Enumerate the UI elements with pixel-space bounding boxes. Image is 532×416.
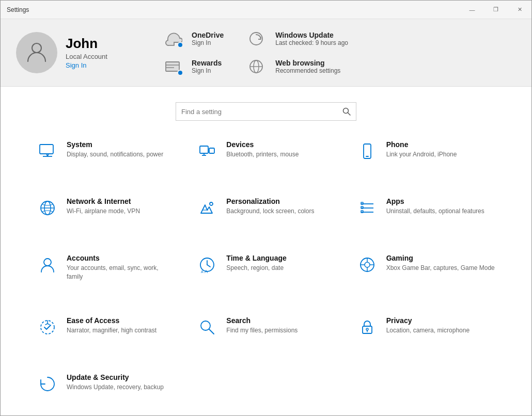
- windows-update-service[interactable]: Windows Update Last checked: 9 hours ago: [244, 29, 348, 48]
- apps-text: Apps Uninstall, defaults, optional featu…: [386, 197, 484, 216]
- phone-title: Phone: [386, 140, 457, 149]
- web-browsing-text: Web browsing Recommended settings: [275, 59, 340, 74]
- svg-rect-46: [363, 326, 372, 333]
- system-icon: [37, 140, 58, 162]
- network-desc: Wi-Fi, airplane mode, VPN: [67, 207, 140, 216]
- search-setting-desc: Find my files, permissions: [226, 326, 298, 335]
- search-input[interactable]: [176, 108, 337, 116]
- setting-apps[interactable]: Apps Uninstall, defaults, optional featu…: [351, 188, 500, 239]
- maximize-button[interactable]: ❐: [484, 1, 508, 19]
- privacy-title: Privacy: [386, 316, 470, 325]
- service-column-1: OneDrive Sign In Rewards Sign In: [161, 29, 224, 76]
- setting-system[interactable]: System Display, sound, notifications, po…: [32, 131, 181, 183]
- setting-personalization[interactable]: Personalization Background, lock screen,…: [191, 188, 340, 239]
- svg-point-38: [365, 262, 370, 267]
- windows-update-sub: Last checked: 9 hours ago: [275, 39, 348, 46]
- setting-ease-of-access[interactable]: Ease of Access Narrator, magnifier, high…: [32, 307, 181, 359]
- windows-update-text: Windows Update Last checked: 9 hours ago: [275, 31, 348, 46]
- update-security-icon: [37, 373, 58, 395]
- setting-phone[interactable]: Phone Link your Android, iPhone: [351, 131, 500, 183]
- update-security-title: Update & Security: [67, 373, 164, 381]
- search-button[interactable]: [337, 102, 356, 121]
- system-desc: Display, sound, notifications, power: [67, 150, 163, 159]
- personalization-text: Personalization Background, lock screen,…: [226, 197, 314, 216]
- web-browsing-icon: [246, 57, 266, 76]
- svg-rect-29: [361, 206, 363, 209]
- setting-privacy[interactable]: Privacy Location, camera, microphone: [351, 307, 500, 359]
- system-text: System Display, sound, notifications, po…: [67, 140, 163, 159]
- rewards-dot: [177, 70, 183, 76]
- privacy-desc: Location, camera, microphone: [386, 326, 470, 335]
- avatar: [16, 32, 57, 73]
- network-icon: [37, 197, 58, 219]
- svg-rect-28: [361, 202, 363, 204]
- svg-line-34: [207, 265, 210, 267]
- svg-point-24: [210, 202, 213, 205]
- svg-rect-14: [200, 146, 208, 153]
- privacy-icon: [356, 316, 378, 338]
- ease-of-access-desc: Narrator, magnifier, high contrast: [67, 326, 157, 335]
- update-security-desc: Windows Update, recovery, backup: [67, 383, 164, 392]
- ease-of-access-icon: [37, 316, 58, 338]
- header: John Local Account Sign In OneDrive Sign…: [1, 19, 531, 87]
- devices-text: Devices Bluetooth, printers, mouse: [226, 140, 299, 159]
- accounts-desc: Your accounts, email, sync, work, family: [67, 264, 176, 281]
- username: John: [66, 36, 107, 52]
- svg-point-31: [44, 259, 51, 266]
- setting-network[interactable]: Network & Internet Wi-Fi, airplane mode,…: [32, 188, 181, 239]
- gaming-title: Gaming: [386, 254, 495, 262]
- time-language-text: Time & Language Speech, region, date: [226, 254, 286, 273]
- time-language-icon: A A: [196, 254, 218, 276]
- minimize-button[interactable]: —: [460, 1, 484, 19]
- accounts-text: Accounts Your accounts, email, sync, wor…: [67, 254, 176, 281]
- apps-desc: Uninstall, defaults, optional features: [386, 207, 484, 216]
- search-setting-title: Search: [226, 316, 298, 325]
- search-setting-icon: [196, 316, 218, 338]
- account-type: Local Account: [66, 53, 107, 60]
- profile-section: John Local Account Sign In: [16, 32, 140, 73]
- onedrive-title: OneDrive: [192, 31, 224, 39]
- network-text: Network & Internet Wi-Fi, airplane mode,…: [67, 197, 140, 216]
- personalization-title: Personalization: [226, 197, 314, 205]
- phone-icon: [356, 140, 378, 162]
- web-browsing-title: Web browsing: [275, 59, 340, 67]
- svg-rect-30: [361, 211, 363, 213]
- personalization-desc: Background, lock screen, colors: [226, 207, 314, 216]
- network-title: Network & Internet: [67, 197, 140, 205]
- profile-sign-in-link[interactable]: Sign In: [66, 61, 86, 69]
- search-setting-text: Search Find my files, permissions: [226, 316, 298, 335]
- update-security-text: Update & Security Windows Update, recove…: [67, 373, 164, 392]
- personalization-icon: [196, 197, 218, 219]
- web-browsing-sub: Recommended settings: [275, 67, 340, 74]
- setting-gaming[interactable]: Gaming Xbox Game Bar, captures, Game Mod…: [351, 245, 500, 302]
- svg-rect-10: [40, 145, 53, 154]
- onedrive-sub: Sign In: [192, 39, 224, 46]
- svg-text:A: A: [205, 269, 208, 274]
- gaming-text: Gaming Xbox Game Bar, captures, Game Mod…: [386, 254, 495, 273]
- search-section: [1, 87, 531, 131]
- window-controls: — ❐ ✕: [460, 1, 531, 19]
- rewards-icon-wrap: [161, 57, 184, 76]
- onedrive-dot: [177, 42, 183, 48]
- windows-update-icon: [246, 29, 266, 48]
- devices-title: Devices: [226, 140, 299, 149]
- accounts-icon: [37, 254, 58, 276]
- setting-time-language[interactable]: A A Time & Language Speech, region, date: [191, 245, 340, 302]
- setting-devices[interactable]: Devices Bluetooth, printers, mouse: [191, 131, 340, 183]
- close-button[interactable]: ✕: [508, 1, 531, 19]
- setting-update-security[interactable]: Update & Security Windows Update, recove…: [32, 364, 181, 415]
- svg-line-9: [348, 113, 351, 116]
- setting-accounts[interactable]: Accounts Your accounts, email, sync, wor…: [32, 245, 181, 302]
- onedrive-service[interactable]: OneDrive Sign In: [161, 29, 224, 48]
- search-icon: [342, 107, 351, 116]
- onedrive-text: OneDrive Sign In: [192, 31, 224, 46]
- search-box: [176, 102, 356, 121]
- accounts-title: Accounts: [67, 254, 176, 262]
- web-browsing-icon-wrap: [244, 57, 268, 76]
- phone-desc: Link your Android, iPhone: [386, 150, 457, 159]
- rewards-service[interactable]: Rewards Sign In: [161, 57, 224, 76]
- profile-info: John Local Account Sign In: [66, 36, 107, 70]
- web-browsing-service[interactable]: Web browsing Recommended settings: [244, 57, 348, 76]
- system-title: System: [67, 140, 163, 149]
- setting-search[interactable]: Search Find my files, permissions: [191, 307, 340, 359]
